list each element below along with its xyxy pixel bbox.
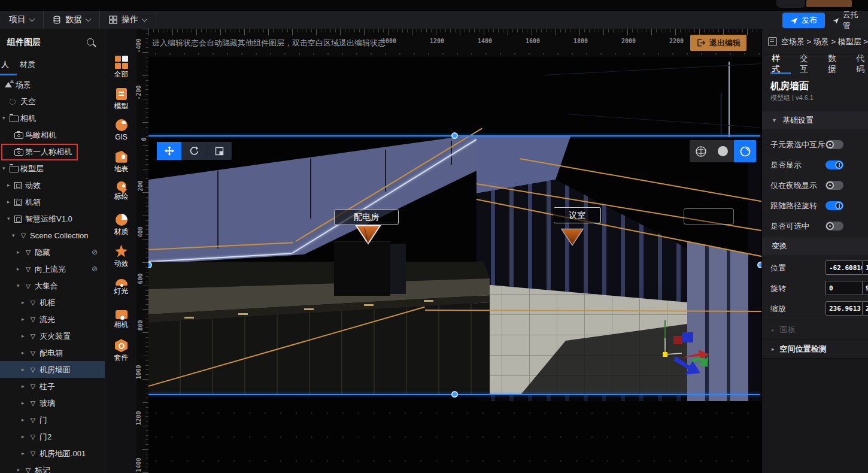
transform-input[interactable]: 236.9613 [825, 301, 863, 316]
globe-view-button[interactable] [690, 140, 712, 162]
left-tab-1[interactable]: 人 [1, 59, 9, 70]
tab-4[interactable]: 代码 [856, 53, 868, 75]
scene-label-power-room[interactable]: 配电房 [334, 209, 399, 225]
marker-cone-icon[interactable] [560, 227, 584, 247]
category-地表[interactable]: 地表 [105, 150, 137, 182]
basic-settings-header[interactable]: ▼ 基础设置 [762, 111, 868, 129]
toggle-on[interactable] [825, 160, 843, 169]
scale-tool-button[interactable] [207, 142, 232, 160]
tree-row[interactable]: ▸▽柱子 [0, 378, 105, 395]
category-模型[interactable]: 模型 [105, 87, 137, 119]
tree-row[interactable]: ▸▽配电箱 [0, 344, 105, 361]
transform-input-clipped[interactable]: 1 [862, 260, 868, 275]
tree-expand-icon[interactable]: ▸ [22, 299, 25, 306]
tree-row[interactable]: 第一人称相机 [0, 143, 105, 160]
tree-expand-icon[interactable]: ▸ [22, 349, 25, 356]
category-动效[interactable]: 动效 [105, 245, 137, 277]
tree-collapse-icon[interactable]: ▾ [12, 232, 15, 239]
transform-header[interactable]: 变换 [762, 237, 868, 255]
tree-expand-icon[interactable]: ▸ [17, 265, 20, 272]
transform-input-clipped[interactable]: 23 [862, 301, 868, 316]
section-空间位置检测[interactable]: ▸空间位置检测 [762, 339, 868, 358]
section-面板[interactable]: ▸面板 [762, 320, 868, 339]
tree-expand-icon[interactable]: ▸ [7, 198, 10, 205]
tree-row[interactable]: 天空 [0, 93, 105, 110]
tree-row[interactable]: ▸▽向上流光⊘ [0, 260, 105, 277]
tree-row[interactable]: 鸟瞰相机 [0, 126, 105, 143]
tree-expand-icon[interactable]: ▸ [22, 416, 25, 423]
tree-expand-icon[interactable]: ▸ [22, 383, 25, 390]
tree-row[interactable]: ▸▽机房墙面 [0, 361, 105, 378]
category-标绘[interactable]: 标绘 [105, 181, 137, 213]
tree-expand-icon[interactable]: ▸ [7, 181, 10, 189]
tree-expand-icon[interactable]: ▸ [22, 332, 25, 339]
transform-gizmo[interactable] [655, 320, 721, 375]
selection-handle-top[interactable] [451, 132, 458, 139]
tab-2[interactable]: 交互 [800, 53, 812, 75]
tree-collapse-icon[interactable]: ▾ [17, 466, 20, 473]
solid-view-button[interactable] [712, 140, 734, 162]
orbit-view-button[interactable] [734, 140, 756, 162]
cloud-hosting-button[interactable]: 云托管 [827, 13, 868, 28]
marker-cone-icon[interactable] [355, 225, 381, 245]
tree-row[interactable]: ▾模型层 [0, 160, 105, 177]
left-tab-2[interactable]: 材质 [20, 59, 35, 70]
menu-data[interactable]: 数据 [44, 11, 100, 29]
tree-collapse-icon[interactable]: ▾ [17, 282, 20, 289]
tree-expand-icon[interactable]: ▸ [22, 366, 25, 373]
tree-row[interactable]: ▾▽大集合 [0, 277, 105, 294]
publish-button[interactable]: 发布 [782, 13, 825, 28]
tree-collapse-icon[interactable]: ▾ [2, 165, 5, 172]
tree-expand-icon[interactable]: ▸ [22, 433, 25, 440]
scene-label-meeting-room[interactable]: 议室 [553, 207, 601, 223]
breadcrumb[interactable]: 空场景 > 场景 > 模型层 > ... [762, 29, 868, 55]
tree-collapse-icon[interactable]: ▾ [2, 114, 5, 122]
eye-off-icon[interactable]: ⊘ [92, 265, 98, 273]
exit-edit-button[interactable]: 退出编辑 [690, 35, 746, 51]
transform-input[interactable]: 0 [825, 281, 863, 295]
move-tool-button[interactable] [157, 142, 182, 160]
category-套件[interactable]: 套件 [105, 339, 137, 371]
toggle-on[interactable] [825, 201, 843, 210]
transform-input-clipped[interactable]: 9 [862, 281, 868, 295]
toggle-off[interactable] [825, 181, 843, 190]
tree-expand-icon[interactable]: ▸ [17, 248, 20, 256]
scene-label-empty[interactable] [684, 208, 734, 225]
tree-row[interactable]: ▸▽流光 [0, 311, 105, 328]
category-全部[interactable]: 全部 [105, 56, 137, 87]
tree-row[interactable]: ▸动效 [0, 177, 105, 193]
tree-row[interactable]: ▾▽Scene Collection [0, 227, 105, 244]
tree-row[interactable]: ▸机箱 [0, 193, 105, 210]
tree-row[interactable]: ▸▽灭火装置 [0, 328, 105, 344]
tab-1[interactable]: 样式 [772, 53, 784, 75]
menu-ops[interactable]: 操作 [100, 11, 156, 29]
eye-off-icon[interactable]: ⊘ [92, 248, 98, 256]
tree-expand-icon[interactable]: ▸ [22, 316, 25, 323]
toggle-off[interactable] [825, 222, 843, 231]
category-材质[interactable]: 材质 [105, 213, 137, 245]
category-相机[interactable]: 相机 [105, 308, 137, 339]
tree-row[interactable]: ▾相机 [0, 110, 105, 126]
category-灯光[interactable]: 灯光 [105, 276, 137, 308]
category-GIS[interactable]: GIS [105, 119, 137, 150]
tree-row[interactable]: ▾智慧运维V1.0 [0, 210, 105, 227]
transform-input[interactable]: -62.60816 [825, 260, 863, 275]
tree-row[interactable]: ▾▽标记 [0, 462, 105, 473]
menu-project[interactable]: 项目 [0, 11, 44, 29]
tree-expand-icon[interactable]: ▸ [22, 450, 25, 457]
search-icon[interactable] [87, 38, 94, 46]
viewport-3d-canvas[interactable]: 配电房 议室 [148, 57, 761, 473]
tab-3[interactable]: 数据 [828, 53, 840, 75]
tree-row[interactable]: ▸▽玻璃 [0, 395, 105, 411]
tree-collapse-icon[interactable]: ▾ [7, 215, 10, 222]
tree-row[interactable]: ▸▽门 [0, 411, 105, 428]
tree-row[interactable]: 场景 [0, 76, 105, 93]
tree-row[interactable]: ▸▽门2 [0, 428, 105, 445]
toggle-off[interactable] [825, 140, 843, 149]
tree-row[interactable]: ▸▽隐藏⊘ [0, 244, 105, 260]
selection-handle-right[interactable] [757, 262, 761, 268]
tree-row[interactable]: ▸▽机房地面.001 [0, 445, 105, 462]
rotate-tool-button[interactable] [182, 142, 207, 160]
selection-handle-bottom[interactable] [451, 391, 458, 398]
tree-row[interactable]: ▸▽机柜 [0, 294, 105, 311]
